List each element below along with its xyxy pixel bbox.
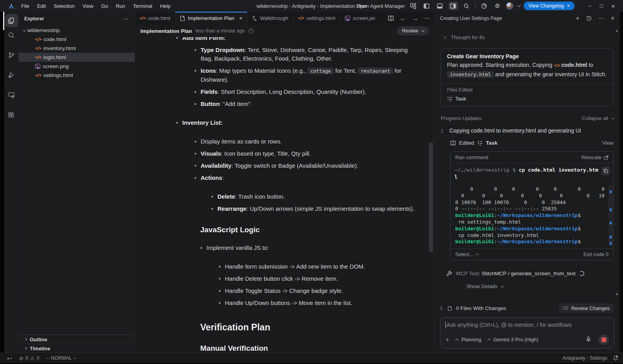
doc-bullet: Availability: Toggle switch or Badge (Av… <box>194 161 415 170</box>
chat-input-box[interactable]: Ask anything (Ctrl+L), @ to mention, / f… <box>440 317 614 349</box>
window-maximize-button[interactable]: □ <box>596 3 607 9</box>
remote-explorer-icon[interactable] <box>5 88 18 101</box>
loading-spinner-icon <box>579 271 584 276</box>
remote-window-button[interactable] <box>7 356 12 361</box>
tab-close-icon[interactable]: × <box>239 15 242 21</box>
collapse-chevron-icon <box>611 116 614 119</box>
doc-bullet: Actions: <box>194 174 415 182</box>
agent-message-card: Create Gear Inventory Page Plan approved… <box>441 48 614 107</box>
source-control-icon[interactable] <box>5 48 18 61</box>
doc-bullet: Visuals: Icon based on type, Title, Qty … <box>194 149 415 158</box>
collapse-all-button[interactable]: Collapse all <box>582 115 614 121</box>
screen-edge-artifact <box>0 12 4 353</box>
file-row-screen-png[interactable]: screen.png <box>19 62 135 71</box>
outline-section[interactable]: Outline <box>19 335 135 344</box>
run-debug-icon[interactable] <box>5 68 18 81</box>
menu-file[interactable]: File <box>17 2 33 11</box>
model-selector[interactable]: Gemini 3 Pro (High) <box>488 337 539 342</box>
file-row-code-html[interactable]: </> code.html <box>19 35 135 44</box>
menu-run[interactable]: Run <box>112 2 129 11</box>
relocate-button[interactable]: Relocate <box>582 154 609 160</box>
copy-command-button[interactable] <box>601 167 610 175</box>
menu-go[interactable]: Go <box>97 2 112 11</box>
prev-change-arrow-icon[interactable] <box>440 307 444 310</box>
changelog-close-icon[interactable]: × <box>567 3 570 9</box>
panel-more-actions-icon[interactable]: ⋯ <box>598 15 604 22</box>
tab-walkthrough[interactable]: Walkthrough <box>248 12 294 25</box>
toggle-panel-icon[interactable] <box>435 2 445 10</box>
agent-manager-icon[interactable] <box>409 2 418 10</box>
files-edited-label: Files Edited <box>447 87 607 93</box>
agent-panel-title: Creating User Settings Page <box>440 16 502 21</box>
task-checklist-icon <box>477 140 483 146</box>
tab-screen-png-preview[interactable]: screen.pn <box>340 12 380 25</box>
tab-code-html[interactable]: </> code.html <box>135 12 175 25</box>
settings-gear-icon[interactable]: ⚙ <box>493 2 502 10</box>
gemini-browser-icon[interactable] <box>479 2 489 10</box>
timeline-section[interactable]: Timeline <box>19 344 135 353</box>
explorer-view-icon[interactable] <box>5 14 18 27</box>
microphone-icon[interactable] <box>585 336 591 343</box>
split-editor-icon[interactable] <box>388 15 394 21</box>
menu-selection[interactable]: Selection <box>50 2 78 11</box>
history-clock-icon[interactable] <box>248 29 253 34</box>
navigate-back-icon[interactable]: ← <box>400 15 406 22</box>
new-conversation-icon[interactable]: + <box>576 14 580 22</box>
review-changes-button[interactable]: Review Changes <box>559 303 614 313</box>
notifications-bell-icon[interactable] <box>613 355 618 361</box>
edited-task-row[interactable]: Edited Task View <box>450 140 614 146</box>
view-link[interactable]: View <box>602 140 614 146</box>
menu-help[interactable]: Help <box>156 2 174 11</box>
extensions-icon[interactable] <box>5 108 18 121</box>
tab-settings-html[interactable]: </> settings.html <box>293 12 340 25</box>
tab-implementation-plan[interactable]: Implementation Plan × <box>175 12 247 25</box>
external-link-icon <box>604 155 609 160</box>
document-scroll-area[interactable]: Add Item Form: Type Dropdown: Tent, Stov… <box>135 37 434 353</box>
menu-terminal[interactable]: Terminal <box>129 2 156 11</box>
stop-generation-button[interactable] <box>598 334 609 345</box>
explorer-sidebar: Explorer ⋯ wildernesstrip </> code.html … <box>19 12 135 353</box>
progress-updates-header: Progress Updates Collapse all <box>441 115 614 121</box>
planning-mode-selector[interactable]: Planning <box>456 337 481 342</box>
activity-bar <box>4 12 19 353</box>
menu-edit[interactable]: Edit <box>33 2 50 11</box>
folder-row-wildernesstrip[interactable]: wildernesstrip <box>19 26 135 35</box>
file-row-login-html[interactable]: </> login.html <box>19 53 135 62</box>
toggle-left-sidebar-icon[interactable] <box>422 2 431 10</box>
file-row-settings-html[interactable]: </> settings.html <box>19 71 135 80</box>
editor-more-actions-icon[interactable]: ⋯ <box>424 15 429 21</box>
open-agent-manager-link[interactable]: Open Agent Manager <box>356 3 405 9</box>
show-details-button[interactable]: Show Details <box>467 283 614 289</box>
html-file-icon: </> <box>35 73 41 77</box>
agent-panel-scroll[interactable]: ▲ Thought for 6s Create Gear Inventory P… <box>434 25 620 299</box>
window-close-button[interactable]: × <box>607 3 619 9</box>
history-icon[interactable] <box>586 16 592 21</box>
terminal-scrollbar[interactable] <box>609 185 612 246</box>
attach-plus-icon[interactable]: + <box>445 336 449 344</box>
search-view-icon[interactable] <box>5 29 18 41</box>
explorer-more-actions-icon[interactable]: ⋯ <box>123 16 129 22</box>
file-row-inventory-html[interactable]: </> inventory.html <box>19 44 135 53</box>
editor-scrollbar-thumb[interactable] <box>429 143 433 252</box>
review-dropdown-button[interactable]: Review <box>397 27 429 35</box>
avatar-chevron-down-icon[interactable] <box>517 4 521 7</box>
search-icon[interactable] <box>462 2 471 10</box>
user-avatar[interactable] <box>506 2 513 10</box>
terminal-output[interactable]: 0 0 0 0 0 0 0 0 0 0 0 0 0 0 10 0 10076 1… <box>451 183 613 248</box>
html-file-icon: </> <box>554 63 560 68</box>
navigate-forward-icon[interactable]: → <box>412 15 418 22</box>
panel-scroll-down-icon[interactable]: ▼ <box>615 292 619 296</box>
doc-bullet: Display items as cards or rows. <box>194 137 415 146</box>
select-dropdown[interactable]: Select... <box>455 251 479 257</box>
file-tree: wildernesstrip </> code.html </> invento… <box>19 26 135 334</box>
menu-view[interactable]: View <box>79 2 97 11</box>
thought-row[interactable]: Thought for 6s <box>443 34 614 40</box>
toggle-right-sidebar-icon[interactable] <box>449 2 458 10</box>
view-changelog-button[interactable]: View Changelog × <box>524 2 575 10</box>
task-file-row[interactable]: Task <box>447 96 607 102</box>
panel-close-icon[interactable]: × <box>611 15 614 22</box>
problems-indicator[interactable]: ⊘ 0 ⚠ 0 <box>19 355 39 361</box>
window-minimize-button[interactable]: – <box>584 3 596 9</box>
task-checklist-icon <box>447 96 452 102</box>
panel-scroll-up-icon[interactable]: ▲ <box>615 28 619 32</box>
